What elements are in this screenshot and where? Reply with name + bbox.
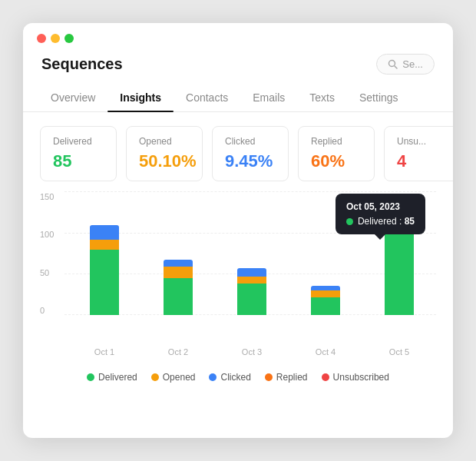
maximize-dot[interactable] (64, 34, 74, 43)
search-placeholder: Se... (402, 58, 423, 70)
metric-opened-value: 50.10% (139, 151, 190, 171)
metric-opened-label: Opened (139, 136, 190, 147)
bar-segment-0-2 (90, 225, 119, 240)
bar-group-0 (90, 225, 119, 315)
close-dot[interactable] (37, 34, 46, 43)
legend-dot-0 (87, 373, 94, 381)
bar-segment-3-0 (311, 297, 340, 315)
y-label-0: 0 (40, 306, 61, 315)
y-label-100: 100 (40, 230, 61, 239)
chart-container: 0 50 100 150 Oct 05, 2023 Delivered : 85 (40, 192, 436, 346)
x-label-0: Oct 1 (94, 347, 114, 357)
tabs-bar: Overview Insights Contacts Emails Texts … (23, 84, 453, 112)
metric-delivered: Delivered 85 (40, 126, 117, 181)
metric-delivered-label: Delivered (53, 136, 104, 147)
legend-dot-1 (151, 373, 159, 381)
legend-label-1: Opened (163, 372, 196, 383)
search-icon (388, 59, 398, 69)
metric-unsubscribed: Unsu... 4 (384, 126, 453, 181)
metric-clicked: Clicked 9.45% (212, 126, 289, 181)
stacked-bar-0 (90, 225, 119, 315)
x-label-2: Oct 3 (242, 347, 262, 357)
metric-replied: Replied 60% (298, 126, 375, 181)
y-axis: 0 50 100 150 (40, 192, 61, 315)
search-box[interactable]: Se... (376, 54, 435, 75)
chart-legend: DeliveredOpenedClickedRepliedUnsubscribe… (23, 364, 453, 392)
bar-group-3 (311, 286, 340, 315)
metric-clicked-value: 9.45% (225, 151, 276, 171)
bar-group-1 (164, 260, 193, 315)
svg-line-1 (395, 66, 397, 68)
legend-label-0: Delivered (98, 372, 137, 383)
stacked-bar-2 (237, 268, 266, 315)
metric-unsubscribed-value: 4 (397, 151, 448, 171)
bar-segment-2-2 (237, 268, 266, 277)
minimize-dot[interactable] (51, 34, 60, 43)
legend-item-4: Unsubscribed (322, 372, 389, 383)
legend-label-2: Clicked (220, 372, 250, 383)
legend-dot-2 (209, 373, 217, 381)
chart-area: 0 50 100 150 Oct 05, 2023 Delivered : 85 (23, 192, 453, 364)
metric-clicked-label: Clicked (225, 136, 276, 147)
tab-overview[interactable]: Overview (38, 84, 107, 111)
x-label-3: Oct 4 (316, 347, 336, 357)
metric-opened: Opened 50.10% (126, 126, 203, 181)
bar-segment-1-1 (164, 267, 193, 278)
bar-segment-4-0 (385, 225, 414, 315)
tab-insights[interactable]: Insights (107, 84, 174, 111)
tab-texts[interactable]: Texts (297, 84, 347, 111)
tab-emails[interactable]: Emails (240, 84, 297, 111)
y-label-50: 50 (40, 268, 61, 277)
legend-dot-4 (322, 373, 329, 381)
legend-label-4: Unsubscribed (333, 372, 389, 383)
x-label-4: Oct 5 (389, 347, 409, 357)
legend-item-0: Delivered (87, 372, 137, 383)
legend-label-3: Replied (276, 372, 308, 383)
metric-replied-value: 60% (311, 151, 362, 171)
legend-dot-3 (265, 373, 273, 381)
metric-delivered-value: 85 (53, 151, 104, 171)
page-title: Sequences (41, 55, 123, 73)
metric-unsubscribed-label: Unsu... (397, 136, 448, 147)
tab-contacts[interactable]: Contacts (174, 84, 240, 111)
y-label-150: 150 (40, 192, 61, 201)
bar-group-4 (385, 225, 414, 315)
metric-replied-label: Replied (311, 136, 362, 147)
x-label-1: Oct 2 (168, 347, 188, 357)
bars-area (68, 192, 436, 315)
legend-item-3: Replied (265, 372, 308, 383)
bar-segment-2-0 (237, 284, 266, 315)
tab-settings[interactable]: Settings (347, 84, 411, 111)
bar-segment-0-1 (90, 240, 119, 250)
bar-segment-0-0 (90, 250, 119, 315)
header: Sequences Se... (23, 51, 453, 84)
bar-segment-3-1 (311, 290, 340, 297)
bar-segment-2-1 (237, 277, 266, 284)
x-axis: Oct 1Oct 2Oct 3Oct 4Oct 5 (40, 347, 436, 357)
app-window: Sequences Se... Overview Insights Contac… (23, 23, 453, 438)
svg-point-0 (389, 61, 395, 67)
title-bar (23, 23, 453, 51)
stacked-bar-4 (385, 225, 414, 315)
bar-segment-1-0 (164, 278, 193, 315)
legend-item-1: Opened (151, 372, 196, 383)
legend-item-2: Clicked (209, 372, 250, 383)
bar-segment-1-2 (164, 260, 193, 267)
stacked-bar-1 (164, 260, 193, 315)
metrics-row: Delivered 85 Opened 50.10% Clicked 9.45%… (23, 112, 453, 192)
stacked-bar-3 (311, 286, 340, 315)
bar-group-2 (237, 268, 266, 315)
